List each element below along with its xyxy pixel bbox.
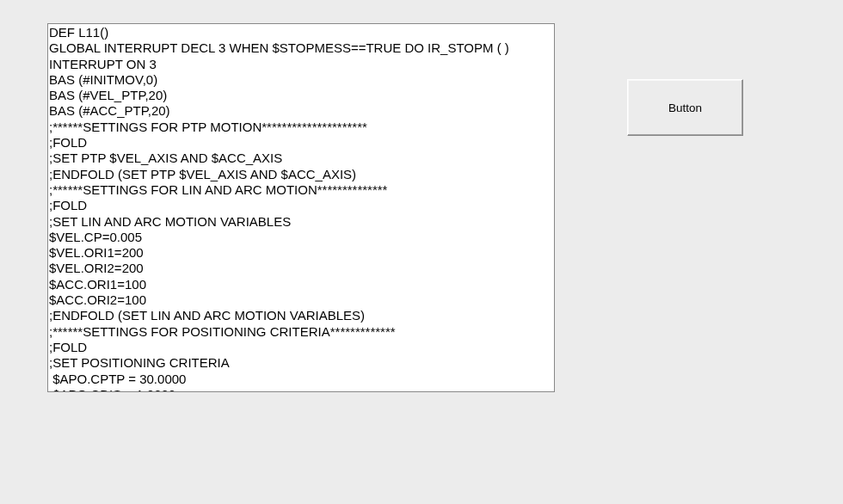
code-textarea[interactable]: DEF L11() GLOBAL INTERRUPT DECL 3 WHEN $…: [47, 23, 555, 392]
button-label: Button: [668, 101, 702, 114]
action-button[interactable]: Button: [627, 79, 743, 136]
code-text: DEF L11() GLOBAL INTERRUPT DECL 3 WHEN $…: [48, 24, 555, 392]
